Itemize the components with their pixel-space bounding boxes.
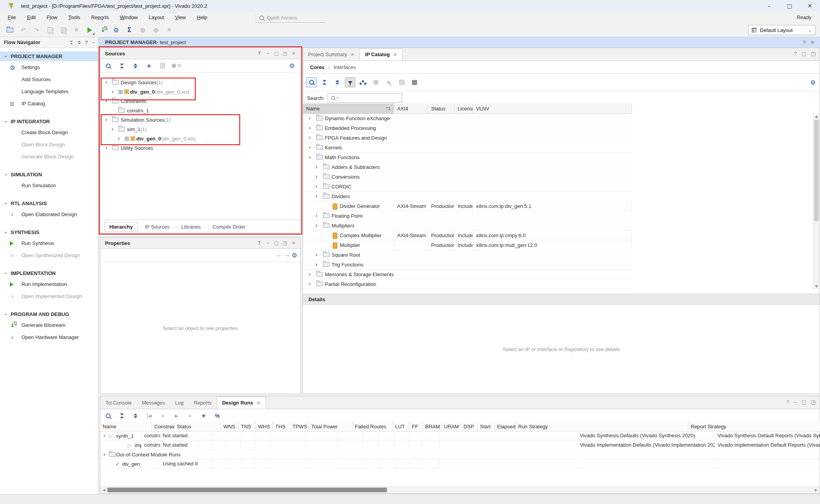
runs-column-header-report-strategy[interactable]: Report Strategy [688,422,820,431]
maximize-icon[interactable]: □ [801,399,806,405]
runs-column-header-status[interactable]: Status [175,422,221,431]
source-tree-item-Utility Sources[interactable]: ›Utility Sources [100,143,300,153]
chevron-down-icon[interactable]: › [308,154,311,160]
chevron-right-icon[interactable]: › [118,136,120,141]
expand-all-button[interactable] [332,77,342,87]
sidebar-section-ip-integrator[interactable]: ›IP INTEGRATOR [0,117,98,126]
missing-sources-badge-button[interactable]: 0 [171,61,182,71]
menu-item-edit[interactable]: Edit [21,12,41,23]
scrollbar-thumb[interactable] [107,488,387,492]
runs-column-header-dsp[interactable]: DSP [461,422,478,431]
sidebar-item-run-simulation[interactable]: Run Simulation [0,179,98,192]
close-icon[interactable]: ✕ [289,240,298,246]
chevron-right-icon[interactable]: › [308,125,311,131]
sidebar-item-generate-block-design[interactable]: Generate Block Design [0,151,98,163]
sidebar-item-run-implementation[interactable]: Run Implementation [0,278,98,290]
run-design-button[interactable] [84,25,95,35]
sidebar-item-open-synthesized-design[interactable]: ›Open Synthesized Design [0,249,98,261]
runs-column-header-run-strategy[interactable]: Run Strategy [516,422,688,431]
sidebar-item-settings[interactable]: ⚙Settings [0,61,98,73]
report-summary-button[interactable]: Σ [124,25,135,35]
float-icon[interactable]: ◳ [811,51,816,57]
ip-settings-button[interactable] [396,77,407,87]
step-back-button[interactable]: « [157,411,168,421]
runs-column-header-start[interactable]: Start [478,422,495,431]
chevron-down-icon[interactable]: › [105,80,107,85]
runs-column-header-tpws[interactable]: TPWS [290,422,309,431]
minimize-icon[interactable]: – [92,39,95,45]
float-icon[interactable]: ◳ [281,240,289,246]
menu-item-layout[interactable]: Layout [143,12,169,23]
help-icon[interactable]: ? [255,240,264,246]
close-tab-icon[interactable]: ✕ [257,400,260,406]
chevron-right-icon[interactable]: › [315,184,317,189]
scrollbar-thumb[interactable] [814,120,819,221]
menu-item-tools[interactable]: Tools [63,12,86,23]
create-run-button[interactable]: + [198,411,209,421]
ip-column-header-license[interactable]: License [455,103,473,114]
sidebar-section-synthesis[interactable]: ›SYNTHESIS [0,227,98,237]
generate-bitstream-button[interactable]: ↓0110 [98,25,108,35]
ip-row-complex-multiplier[interactable]: Complex MultiplierAXI4-StreamProductionI… [303,231,632,240]
collapse-all-icon[interactable] [70,41,73,44]
minimize-icon[interactable]: – [794,399,797,405]
sources-tab-hierarchy[interactable]: Hierarchy [104,222,138,232]
sidebar-item-open-block-design[interactable]: Open Block Design [0,138,98,151]
ip-column-header-status[interactable]: Status [428,103,455,114]
menu-item-help[interactable]: Help [191,12,213,23]
runs-column-header-whs[interactable]: WHS [256,422,273,431]
ip-category-row-math-functions[interactable]: ›Math Functions [303,153,632,162]
sidebar-section-project-manager[interactable]: ›PROJECT MANAGER [0,51,98,61]
sidebar-item-language-templates[interactable]: Language Templates [0,85,98,98]
sidebar-item-run-synthesis[interactable]: Run Synthesis [0,237,98,249]
chevron-down-icon[interactable]: › [105,117,107,122]
chevron-down-icon[interactable]: › [315,223,317,228]
chevron-right-icon[interactable]: › [315,174,317,179]
runs-column-header-elapsed[interactable]: Elapsed [495,422,516,431]
sidebar-section-program-and-debug[interactable]: ›PROGRAM AND DEBUG [0,309,98,319]
back-arrow-icon[interactable]: ← [277,252,282,259]
sidebar-item-generate-bitstream[interactable]: ↓0110Generate Bitstream [0,319,98,331]
chevron-right-icon[interactable]: › [315,252,317,257]
step-forward-button[interactable]: » [185,411,195,421]
settings-button[interactable]: ⚙ [111,25,121,35]
run-row-impl_1[interactable]: ▷impl_1constrs_1Not startedVivado Implem… [100,440,820,450]
maximize-button[interactable]: □ [779,0,800,12]
source-tree-item-div_gen_0[interactable]: ›⊞div_gen_0 (div_gen_0.xci) [100,134,300,143]
ip-category-row-memories-&-storage-elements[interactable]: ›Memories & Storage Elements [303,270,632,279]
expand-all-button[interactable] [130,61,141,71]
settings-gear-icon[interactable]: ⚙ [292,252,297,259]
group-by-hierarchy-button[interactable] [358,77,368,87]
bottom-tab-log[interactable]: Log [170,397,189,409]
runs-column-header-wns[interactable]: WNS [221,422,239,431]
paste-button[interactable] [58,25,68,35]
ip-category-row-adders-&-subtracters[interactable]: ›Adders & Subtracters [303,162,632,172]
chevron-right-icon[interactable]: › [105,145,107,151]
ip-category-row-floating-point[interactable]: ›Floating Point [303,211,632,221]
ip-row-divider-generator[interactable]: Divider GeneratorAXI4-StreamProductionIn… [303,201,632,211]
chevron-right-icon[interactable]: › [315,164,317,170]
menu-item-window[interactable]: Window [114,12,143,23]
go-to-first-button[interactable]: |◀ [144,411,154,421]
minimize-button[interactable]: – [759,0,779,12]
ip-category-row-trig-functions[interactable]: ›Trig Functions [303,260,632,270]
sidebar-section-simulation[interactable]: ›SIMULATION [0,170,98,179]
expand-all-icon[interactable] [78,41,81,44]
source-tree-item-Constraints[interactable]: ›Constraints [100,96,300,106]
scroll-up-icon[interactable]: ▲ [813,114,820,118]
close-icon[interactable]: ✕ [289,51,298,56]
sidebar-item-open-hardware-manager[interactable]: ›Open Hardware Manager [0,331,98,343]
filter-button[interactable] [345,77,355,87]
horizontal-scrollbar[interactable]: ◀ ▶ [100,486,820,493]
redo-button[interactable]: ↷ [31,25,42,35]
ip-row-multiplier[interactable]: MultiplierProductionIncludedxilinx.com:i… [303,240,632,250]
vertical-scrollbar[interactable]: ▲ ▼ [813,114,820,289]
add-sources-button[interactable]: + [144,61,154,71]
tab-ip-catalog[interactable]: IP Catalog✕ [360,48,403,60]
ip-column-header-vlnv[interactable]: VLNV [473,103,632,114]
chevron-down-icon[interactable]: › [105,98,107,104]
chevron-down-icon[interactable]: › [103,452,105,457]
ip-category-row-kernels[interactable]: ›Kernels [303,143,632,153]
maximize-icon[interactable]: □ [272,240,281,246]
chevron-down-icon[interactable]: › [103,433,105,438]
